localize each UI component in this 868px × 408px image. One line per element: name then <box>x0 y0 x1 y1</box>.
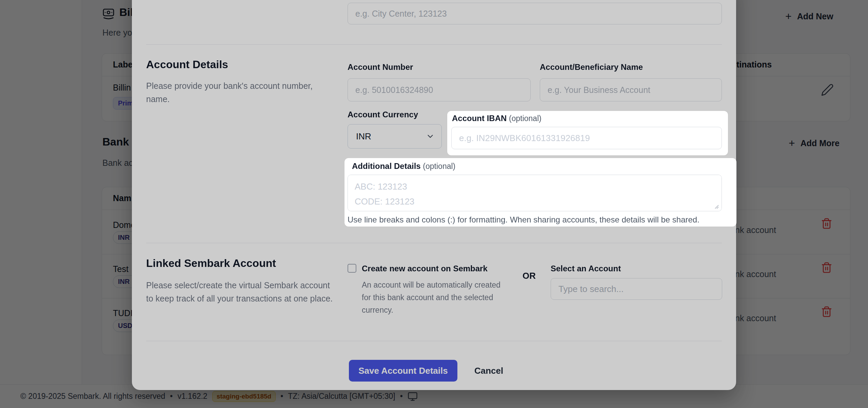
additional-details-textarea[interactable] <box>348 175 722 211</box>
iban-label: Account IBAN (optional) <box>452 114 541 123</box>
iban-input[interactable] <box>451 127 722 149</box>
additional-details-spotlight-card: Additional Details (optional) Use line b… <box>344 158 736 227</box>
optional-tag: (optional) <box>423 162 455 171</box>
optional-tag: (optional) <box>509 114 541 123</box>
additional-details-label: Additional Details (optional) <box>352 161 455 171</box>
resize-grip-icon[interactable] <box>713 203 719 209</box>
iban-spotlight-card: Account IBAN (optional) <box>447 111 728 155</box>
formatting-help-text: Use line breaks and colons (:) for forma… <box>348 215 699 225</box>
